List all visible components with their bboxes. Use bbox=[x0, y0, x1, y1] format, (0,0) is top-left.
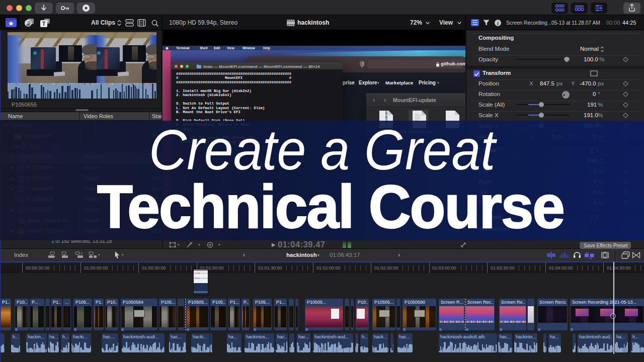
svg-text:i: i bbox=[497, 21, 499, 26]
svg-text:T: T bbox=[42, 21, 46, 27]
